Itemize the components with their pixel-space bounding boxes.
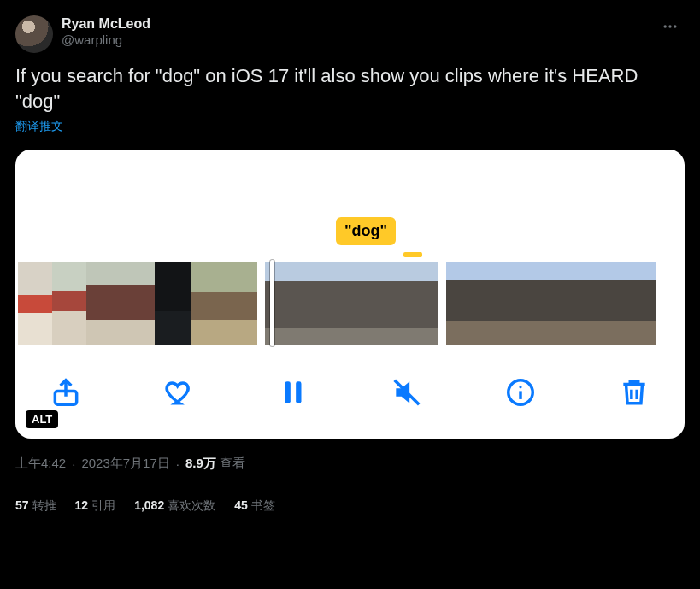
bookmarks-stat[interactable]: 45书签 bbox=[234, 498, 275, 514]
clip-group[interactable] bbox=[265, 262, 438, 345]
thumbnail bbox=[621, 262, 656, 345]
alt-badge[interactable]: ALT bbox=[26, 410, 58, 428]
svg-rect-4 bbox=[285, 382, 291, 403]
trash-icon bbox=[618, 376, 650, 409]
mute-button[interactable] bbox=[391, 376, 423, 409]
info-icon bbox=[504, 376, 537, 409]
thumbnail bbox=[344, 262, 391, 345]
heart-icon bbox=[163, 376, 196, 409]
svg-point-1 bbox=[668, 25, 671, 27]
retweets-stat[interactable]: 57转推 bbox=[15, 498, 56, 514]
mute-icon bbox=[391, 376, 423, 409]
stats-row: 57转推 12引用 1,082喜欢次数 45书签 bbox=[15, 498, 685, 514]
thumbnail bbox=[86, 262, 121, 345]
media-card[interactable]: "dog" bbox=[15, 150, 685, 439]
thumbnail bbox=[297, 262, 344, 345]
thumbnail bbox=[391, 262, 438, 345]
info-button[interactable] bbox=[504, 376, 537, 409]
timestamp-time[interactable]: 上午4:42 bbox=[15, 456, 66, 472]
separator: · bbox=[176, 456, 179, 471]
thumbnail bbox=[586, 262, 621, 345]
playhead[interactable] bbox=[270, 260, 274, 346]
tweet-meta: 上午4:42 · 2023年7月17日 · 8.9万 查看 bbox=[15, 456, 685, 472]
thumbnail bbox=[18, 262, 52, 345]
svg-point-8 bbox=[519, 386, 521, 388]
more-button[interactable] bbox=[656, 12, 685, 41]
likes-stat[interactable]: 1,082喜欢次数 bbox=[134, 498, 215, 514]
views-label: 查看 bbox=[220, 456, 245, 472]
thumbnail bbox=[516, 262, 551, 345]
share-button[interactable] bbox=[50, 376, 82, 409]
more-icon bbox=[662, 18, 679, 35]
thumbnail bbox=[551, 262, 586, 345]
thumbnail bbox=[446, 262, 481, 345]
pause-icon bbox=[277, 376, 309, 409]
clip-group[interactable] bbox=[446, 262, 656, 345]
thumbnail bbox=[155, 262, 191, 345]
display-name: Ryan McLeod bbox=[62, 15, 150, 32]
separator: · bbox=[72, 456, 75, 471]
svg-point-0 bbox=[664, 25, 667, 27]
search-marker bbox=[403, 252, 422, 257]
clip-group[interactable] bbox=[18, 262, 257, 345]
video-timeline[interactable] bbox=[15, 262, 685, 345]
thumbnail bbox=[52, 262, 86, 345]
author-names[interactable]: Ryan McLeod @warpling bbox=[62, 15, 150, 49]
views-count: 8.9万 bbox=[185, 456, 216, 472]
thumbnail bbox=[481, 262, 516, 345]
svg-rect-5 bbox=[296, 382, 301, 403]
user-handle: @warpling bbox=[62, 32, 150, 49]
thumbnail bbox=[226, 262, 257, 345]
player-toolbar bbox=[15, 367, 685, 418]
quotes-stat[interactable]: 12引用 bbox=[75, 498, 116, 514]
search-term-badge: "dog" bbox=[336, 217, 396, 245]
share-icon bbox=[50, 376, 82, 409]
pause-button[interactable] bbox=[277, 376, 309, 409]
like-button[interactable] bbox=[163, 376, 196, 409]
translate-link[interactable]: 翻译推文 bbox=[15, 119, 685, 134]
tweet-text: If you search for "dog" on iOS 17 it'll … bbox=[15, 63, 685, 114]
tweet-container: Ryan McLeod @warpling If you search for … bbox=[0, 0, 700, 514]
tweet-header: Ryan McLeod @warpling bbox=[15, 15, 685, 53]
svg-point-2 bbox=[674, 25, 676, 27]
thumbnail bbox=[191, 262, 226, 345]
timestamp-date[interactable]: 2023年7月17日 bbox=[81, 456, 169, 472]
thumbnail bbox=[121, 262, 155, 345]
delete-button[interactable] bbox=[618, 376, 650, 409]
avatar[interactable] bbox=[15, 15, 53, 53]
divider bbox=[15, 486, 685, 486]
